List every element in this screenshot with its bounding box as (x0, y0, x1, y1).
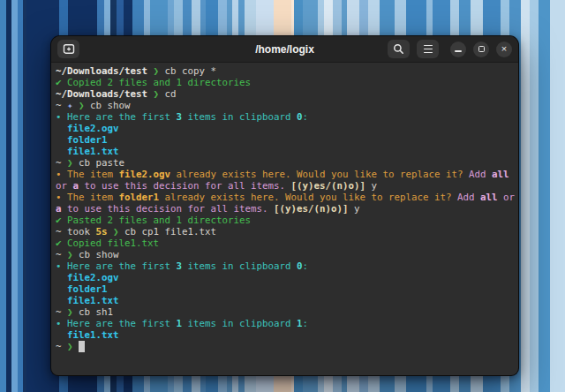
terminal-line: file2.ogv (56, 272, 518, 283)
terminal-text-segment: cb sh1 (73, 306, 114, 318)
terminal-text-segment: 5s (96, 226, 108, 237)
hamburger-menu-icon (424, 45, 433, 54)
terminal-output[interactable]: ~/Downloads/test ❯ cb copy *✔ Copied 2 f… (51, 63, 518, 352)
minimize-icon (455, 50, 462, 52)
terminal-text-segment: file2.ogv (56, 123, 119, 134)
terminal-text-segment: • Here are the first (56, 260, 177, 272)
terminal-text-segment: ~ (56, 157, 67, 169)
terminal-line: ~ ❯ cb show (56, 249, 518, 260)
terminal-text-segment: Add (457, 192, 480, 203)
terminal-line: • Here are the first 1 items in clipboar… (56, 318, 518, 329)
terminal-line: ✔ Copied 2 files and 1 directories (56, 77, 518, 88)
terminal-line: ~ ❯ cb paste (56, 157, 518, 169)
new-tab-button[interactable] (57, 40, 79, 58)
terminal-text-segment: to use this decision for all items. (62, 203, 275, 215)
terminal-text-segment: folder1 (56, 283, 108, 295)
terminal-text-segment: folder1 (119, 192, 160, 203)
terminal-text-segment: ~ (56, 306, 67, 318)
terminal-text-segment: cd (159, 88, 177, 100)
terminal-text-segment: ~ (56, 100, 67, 111)
menu-button[interactable] (417, 40, 439, 58)
search-button[interactable] (388, 40, 410, 58)
terminal-line: file2.ogv (56, 123, 518, 134)
terminal-text-segment: cb cp1 file1.txt (119, 226, 217, 237)
terminal-text-segment: file2.ogv (119, 169, 171, 180)
terminal-text-segment: • Here are the first (56, 111, 177, 123)
terminal-text-segment: : (303, 318, 309, 329)
terminal-line: a to use this decision for all items. [(… (56, 203, 518, 215)
terminal-text-segment: or (56, 180, 73, 192)
terminal-text-segment: • The item (56, 192, 119, 203)
terminal-text-segment: to use this decision for all items. (79, 180, 291, 192)
text-cursor (79, 341, 85, 352)
terminal-text-segment: file1.txt (56, 146, 119, 157)
terminal-line: file1.txt (56, 146, 518, 157)
maximize-button[interactable] (473, 41, 489, 57)
terminal-line: ~ ✦ ❯ cb show (56, 100, 518, 111)
terminal-text-segment: y (349, 203, 360, 215)
close-icon: × (501, 44, 507, 54)
maximize-icon (478, 46, 485, 52)
terminal-line: ✔ Pasted 2 files and 1 directories (56, 215, 518, 226)
terminal-line: ~ ❯ (56, 341, 518, 352)
terminal-text-segment: ~/Downloads/test (56, 88, 147, 100)
search-icon (393, 43, 404, 55)
terminal-text-segment: file1.txt (56, 329, 119, 341)
terminal-text-segment: cb copy * (159, 65, 216, 77)
terminal-line: folder1 (56, 134, 518, 146)
terminal-line: • The item file2.ogv already exists here… (56, 169, 518, 180)
terminal-line: folder1 (56, 283, 518, 295)
terminal-line: ✔ Copied file1.txt (56, 237, 518, 249)
terminal-text-segment: : (303, 111, 309, 123)
terminal-text-segment: ✔ Pasted 2 files and 1 directories (56, 215, 251, 226)
terminal-text-segment: already exists here. Would you like to r… (159, 192, 457, 203)
terminal-text-segment: ~/Downloads/test (56, 65, 147, 77)
terminal-text-segment: : (303, 260, 309, 272)
terminal-text-segment: folder1 (56, 134, 108, 146)
titlebar[interactable]: /home/logix × (51, 36, 518, 63)
terminal-text-segment: already exists here. Would you like to r… (170, 169, 469, 180)
terminal-line: ~/Downloads/test ❯ cb copy * (56, 65, 518, 77)
terminal-line: or a to use this decision for all items.… (56, 180, 518, 192)
terminal-text-segment: Add (469, 169, 492, 180)
close-button[interactable]: × (496, 41, 512, 57)
terminal-text-segment: items in clipboard (182, 111, 297, 123)
terminal-line: • Here are the first 3 items in clipboar… (56, 111, 518, 123)
terminal-text-segment: [(y)es/(n)o)] (291, 180, 366, 192)
terminal-line: file1.txt (56, 329, 518, 341)
terminal-text-segment: ✔ Copied 2 files and 1 directories (56, 77, 251, 88)
terminal-text-segment: all (492, 169, 509, 180)
terminal-text-segment: cb show (85, 100, 131, 111)
terminal-text-segment: ~ (56, 341, 67, 352)
terminal-text-segment: items in clipboard (182, 260, 297, 272)
terminal-line: file1.txt (56, 295, 518, 306)
terminal-window: /home/logix × (50, 35, 519, 376)
terminal-text-segment: file2.ogv (56, 272, 119, 283)
terminal-text-segment: or (498, 192, 516, 203)
terminal-text-segment: ~ took (56, 226, 96, 237)
terminal-line: ~ took 5s ❯ cb cp1 file1.txt (56, 226, 518, 237)
terminal-line: ~/Downloads/test ❯ cd (56, 88, 518, 100)
terminal-text-segment: cb paste (73, 157, 125, 169)
terminal-text-segment: file1.txt (56, 295, 119, 306)
terminal-text-segment: • Here are the first (56, 318, 177, 329)
terminal-text-segment: all (480, 192, 498, 203)
terminal-line: ~ ❯ cb sh1 (56, 306, 518, 318)
terminal-text-segment: • The item (56, 169, 119, 180)
terminal-text-segment: y (365, 180, 377, 192)
terminal-text-segment: ~ (56, 249, 67, 260)
desktop-wallpaper: { "window": { "title": "/home/logix", "h… (0, 0, 565, 392)
terminal-text-segment: [(y)es/(n)o)] (274, 203, 349, 215)
new-tab-icon (63, 43, 75, 55)
terminal-line: • The item folder1 already exists here. … (56, 192, 518, 203)
terminal-text-segment: ✔ Copied file1.txt (56, 237, 159, 249)
terminal-line: • Here are the first 3 items in clipboar… (56, 260, 518, 272)
terminal-text-segment: items in clipboard (182, 318, 297, 329)
terminal-text-segment: cb show (73, 249, 119, 260)
minimize-button[interactable] (450, 41, 466, 57)
